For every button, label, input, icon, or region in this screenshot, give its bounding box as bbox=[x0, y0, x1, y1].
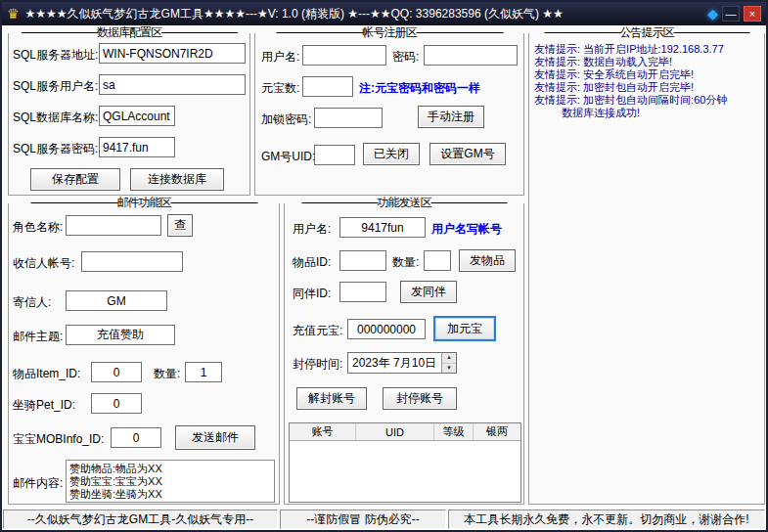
send-group: ———————功能发送区——————— 用户名: 用户名写帐号 物品ID: 数量… bbox=[284, 203, 524, 505]
recharge-label: 充值元宝: bbox=[293, 323, 342, 339]
table-header-uid[interactable]: UID bbox=[356, 423, 434, 440]
set-gm-button[interactable]: 设置GM号 bbox=[429, 143, 506, 165]
sql-dbname-input[interactable] bbox=[99, 106, 175, 126]
app-icon: ♛ bbox=[7, 7, 20, 21]
mail-item-id-input[interactable] bbox=[91, 362, 142, 382]
recipient-account-input[interactable] bbox=[81, 251, 183, 272]
sql-server-address-label: SQL服务器地址: bbox=[13, 47, 98, 64]
send-item-id-label: 物品ID: bbox=[293, 254, 331, 271]
table-header-level[interactable]: 等级 bbox=[434, 423, 474, 440]
yuanbao-count-label: 元宝数: bbox=[261, 80, 299, 97]
send-username-label: 用户名: bbox=[293, 221, 331, 238]
mail-group: ————————邮件功能区———————— 角色名称: 查 收信人帐号: 寄信人… bbox=[8, 203, 280, 505]
mail-subject-input[interactable] bbox=[66, 325, 175, 345]
announcement-line: 数据库连接成功! bbox=[534, 107, 761, 119]
sql-server-address-input[interactable] bbox=[99, 43, 246, 64]
mob-id-input[interactable] bbox=[111, 427, 161, 448]
send-qty-input[interactable] bbox=[424, 250, 451, 271]
yuanbao-count-input[interactable] bbox=[302, 76, 353, 97]
send-qty-label: 数量: bbox=[392, 254, 419, 271]
pet-id-label: 坐骑Pet_ID: bbox=[13, 397, 75, 414]
table-header-account[interactable]: 账号 bbox=[290, 423, 356, 440]
announcement-line: 友情提示: 数据自动载入完毕! bbox=[534, 56, 761, 68]
db-config-group: ———————数据库配置区——————— SQL服务器地址: SQL服务用户名:… bbox=[8, 33, 250, 196]
lock-password-label: 加锁密码: bbox=[261, 111, 311, 128]
ban-time-picker[interactable]: 2023年 7月10日 ▲ ▼ bbox=[347, 352, 457, 374]
pet-id-input[interactable] bbox=[91, 393, 142, 414]
connect-db-button[interactable]: 连接数据库 bbox=[130, 168, 224, 191]
sql-password-input[interactable] bbox=[99, 137, 175, 157]
send-partner-button[interactable]: 发同伴 bbox=[400, 281, 457, 303]
account-table: 账号 UID 等级 银两 bbox=[289, 422, 521, 503]
partner-id-input[interactable] bbox=[339, 282, 386, 302]
title-bar[interactable]: ♛ ★★★★久似妖气梦幻古龙GM工具★★★★---★V: 1.0 (精装版) ★… bbox=[2, 2, 766, 25]
send-item-id-input[interactable] bbox=[339, 250, 386, 271]
send-username-input[interactable] bbox=[339, 217, 426, 238]
mail-content-line: 赞助坐骑:坐骑为XX bbox=[69, 488, 271, 501]
unban-button[interactable]: 解封账号 bbox=[296, 387, 367, 410]
close-button[interactable]: × bbox=[744, 6, 761, 22]
ban-time-label: 封停时间: bbox=[293, 356, 342, 373]
minimize-button[interactable]: — bbox=[722, 6, 740, 22]
account-table-body[interactable] bbox=[290, 441, 520, 502]
sql-password-label: SQL服务器密码: bbox=[13, 141, 98, 157]
app-window: ♛ ★★★★久似妖气梦幻古龙GM工具★★★★---★V: 1.0 (精装版) ★… bbox=[0, 0, 768, 532]
status-left: --久似妖气梦幻古龙GM工具-久似妖气专用-- bbox=[3, 510, 278, 529]
announcement-line: 友情提示: 当前开启IP地址:192.168.3.77 bbox=[534, 43, 761, 56]
mail-qty-input[interactable] bbox=[185, 362, 222, 382]
lock-password-input[interactable] bbox=[314, 108, 383, 128]
mail-content-label: 邮件内容: bbox=[13, 475, 63, 492]
spin-down-icon[interactable]: ▼ bbox=[442, 364, 456, 374]
status-middle: --谨防假冒 防伪必究-- bbox=[280, 510, 446, 529]
manual-register-button[interactable]: 手动注册 bbox=[418, 106, 484, 128]
mail-content-line: 赞助宝宝:宝宝为XX bbox=[69, 475, 271, 488]
recharge-input[interactable] bbox=[347, 319, 426, 339]
announcement-group: ———————公告提示区——————— 友情提示: 当前开启IP地址:192.1… bbox=[528, 33, 765, 505]
sender-input[interactable] bbox=[66, 290, 167, 311]
announcement-group-title: ———————公告提示区——————— bbox=[529, 25, 764, 40]
closed-button[interactable]: 已关闭 bbox=[363, 143, 420, 165]
register-group: ————————帐号注册区———————— 用户名: 密码: 元宝数: 注:元宝… bbox=[254, 33, 524, 196]
reg-username-input[interactable] bbox=[302, 45, 386, 66]
query-button[interactable]: 查 bbox=[167, 214, 193, 237]
sql-dbname-label: SQL数据库名称: bbox=[13, 110, 98, 126]
role-name-label: 角色名称: bbox=[13, 219, 63, 236]
mail-group-title: ————————邮件功能区———————— bbox=[9, 196, 279, 210]
gm-uid-label: GM号UID: bbox=[261, 149, 315, 165]
date-spinner: ▲ ▼ bbox=[441, 353, 456, 373]
gm-uid-input[interactable] bbox=[314, 145, 355, 165]
send-username-note: 用户名写帐号 bbox=[431, 221, 502, 238]
partner-id-label: 同伴ID: bbox=[293, 286, 331, 302]
db-config-group-title: ———————数据库配置区——————— bbox=[9, 25, 249, 40]
window-title: ★★★★久似妖气梦幻古龙GM工具★★★★---★V: 1.0 (精装版) ★--… bbox=[25, 6, 564, 22]
announcement-line: 友情提示: 加密封包自动间隔时间:60分钟 bbox=[534, 94, 761, 107]
send-item-button[interactable]: 发物品 bbox=[459, 249, 516, 272]
ban-button[interactable]: 封停账号 bbox=[383, 387, 457, 410]
ban-time-value: 2023年 7月10日 bbox=[352, 355, 436, 372]
announcement-line: 友情提示: 安全系统自动开启完毕! bbox=[534, 68, 761, 81]
add-yuanbao-button[interactable]: 加元宝 bbox=[433, 316, 496, 341]
sql-username-input[interactable] bbox=[99, 74, 246, 95]
mail-content-box[interactable]: 赞助物品:物品为XX 赞助宝宝:宝宝为XX 赞助坐骑:坐骑为XX bbox=[66, 460, 275, 503]
mail-content-line: 赞助物品:物品为XX bbox=[69, 463, 271, 475]
mob-id-label: 宝宝MOBInfo_ID: bbox=[13, 431, 104, 448]
table-header-silver[interactable]: 银两 bbox=[474, 423, 520, 440]
send-group-title: ———————功能发送区——————— bbox=[285, 196, 523, 210]
send-mail-button[interactable]: 发送邮件 bbox=[175, 425, 255, 450]
reg-password-label: 密码: bbox=[392, 49, 419, 66]
skin-icon[interactable]: ◆ bbox=[707, 6, 718, 22]
account-table-header: 账号 UID 等级 银两 bbox=[290, 423, 520, 441]
role-name-input[interactable] bbox=[66, 215, 161, 236]
save-config-button[interactable]: 保存配置 bbox=[30, 168, 120, 191]
sender-label: 寄信人: bbox=[13, 294, 51, 311]
mail-subject-label: 邮件主题: bbox=[13, 329, 63, 345]
sql-username-label: SQL服务用户名: bbox=[13, 78, 98, 95]
reg-password-input[interactable] bbox=[424, 45, 518, 66]
yuanbao-note: 注:元宝密码和密码一样 bbox=[359, 80, 480, 97]
spin-up-icon[interactable]: ▲ bbox=[442, 353, 456, 364]
mail-item-id-label: 物品Item_ID: bbox=[13, 366, 80, 382]
status-right: 本工具长期永久免费，永不更新。切勿商业，谢谢合作! bbox=[448, 510, 765, 529]
status-bar: --久似妖气梦幻古龙GM工具-久似妖气专用-- --谨防假冒 防伪必究-- 本工… bbox=[3, 510, 765, 529]
mail-qty-label: 数量: bbox=[154, 366, 180, 382]
announcement-list: 友情提示: 当前开启IP地址:192.168.3.77 友情提示: 数据自动载入… bbox=[534, 43, 761, 119]
